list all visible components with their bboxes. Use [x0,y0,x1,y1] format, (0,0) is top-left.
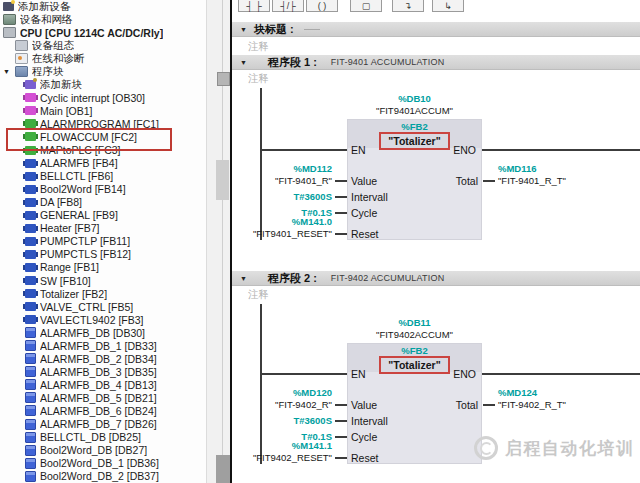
tree-item[interactable]: BELLCTL [FB6] [0,170,206,183]
expander-triangle-icon[interactable]: ▼ [3,68,15,75]
input-operand-address[interactable]: T#3600S [232,415,332,426]
value-pin[interactable]: Value [351,399,377,411]
tree-item[interactable]: MAPtoPLC [FC3] [0,144,206,157]
input-operand-name[interactable]: "FIT-9401_R" [232,175,332,186]
network-header[interactable]: ▼程序段 2 :FIT-9402 ACCUMULATION [232,271,640,286]
tree-item[interactable]: Bool2Word [FB14] [0,183,206,196]
tree-item[interactable]: VALVE_CTRL [FB5] [0,300,206,313]
intervall-pin[interactable]: Intervall [351,415,388,427]
instance-db-address[interactable]: %DB10 [347,93,482,104]
tree-item[interactable]: ALARMFB_DB_5 [DB21] [0,391,206,404]
tree-item[interactable]: BELLCTL_DB [DB25] [0,431,206,444]
tree-item[interactable]: VAVLECTL9402 [FB3] [0,313,206,326]
tree-item[interactable]: GENERAL [FB9] [0,209,206,222]
tree-item[interactable]: Bool2Word_DB_1 [DB36] [0,457,206,470]
tree-item[interactable]: ALARMFB_DB_1 [DB33] [0,339,206,352]
tree-item-label: Bool2Word_DB_1 [DB36] [40,457,159,469]
network-header[interactable]: ▼程序段 1 :FIT-9401 ACCUMULATION [232,55,640,70]
tree-item[interactable]: 设备和网络 [0,13,206,26]
online-diag-icon [15,53,28,64]
tree-item[interactable]: ALARMFB_DB [DB30] [0,326,206,339]
db-block-icon [25,471,36,482]
ob-block-icon [25,93,36,102]
fb-block-icon [25,237,36,246]
tree-item[interactable]: ALARMFB_DB_3 [DB35] [0,365,206,378]
fb-block-icon [25,198,36,207]
input-operand-address[interactable]: %M141.0 [232,216,332,227]
scrollbar-thumb[interactable] [216,160,229,200]
reset-pin[interactable]: Reset [351,228,378,240]
close-branch-button[interactable]: ↳ [432,0,464,12]
splitter-handle[interactable] [217,72,230,86]
input-wire [335,233,347,235]
total-pin[interactable]: Total [432,399,478,411]
network-comment[interactable]: 注释 [248,288,269,302]
devices-networks-icon [3,14,16,25]
fb-block-icon [25,263,36,272]
tree-item[interactable]: ALARMFB_DB_2 [DB34] [0,352,206,365]
nc-contact-button[interactable]: ┤/├ [272,0,304,12]
tree-item[interactable]: 在线和诊断 [0,52,206,65]
tree-item[interactable]: CPU [CPU 1214C AC/DC/Rly] [0,26,206,39]
input-wire [335,196,347,198]
tree-item[interactable]: Main [OB1] [0,104,206,117]
value-pin[interactable]: Value [351,175,377,187]
input-operand-name[interactable]: "FIT-9402_R" [232,399,332,410]
tree-item[interactable]: 添加新设备 [0,0,206,13]
instance-db-address[interactable]: %DB11 [347,317,482,328]
tree-item[interactable]: Bool2Word_DB [DB27] [0,444,206,457]
tree-item[interactable]: Heater [FB7] [0,222,206,235]
block-comment[interactable]: 注释 [248,40,269,54]
input-operand-address[interactable]: %MD112 [232,163,332,174]
tree-item[interactable]: ALARMFB_DB_4 [DB13] [0,378,206,391]
tree-item[interactable]: ALARMFB_DB_7 [DB26] [0,418,206,431]
tree-item[interactable]: Totalizer [FB2] [0,287,206,300]
tree-item-label: ALARMFB_DB_1 [DB33] [40,340,157,352]
no-contact-button[interactable]: ┤ ├ [238,0,270,12]
output-operand-name[interactable]: "FIT-9401_R_T" [498,175,566,186]
en-pin[interactable]: EN [351,368,366,380]
tree-item[interactable]: PUMPCTLP [FB11] [0,235,206,248]
lad-editor: ┤ ├┤/├( )▢↴↳ ▼ 块标题 : 注释 ▼程序段 1 :FIT-9401… [232,0,640,483]
en-pin[interactable]: EN [351,144,366,156]
intervall-pin[interactable]: Intervall [351,191,388,203]
tree-item[interactable]: ALARMFB_DB_6 [DB24] [0,404,206,417]
input-operand-address[interactable]: %MD120 [232,387,332,398]
tree-item[interactable]: ALARMPROGRAM [FC1] [0,117,206,130]
total-pin[interactable]: Total [432,175,478,187]
open-branch-button[interactable]: ↴ [392,0,424,12]
instance-db-name[interactable]: "FIT9401ACCUM" [347,105,482,116]
output-operand-address[interactable]: %MD124 [498,387,537,398]
tree-item-label: ALARMFB_DB_4 [DB13] [40,379,157,391]
tree-item[interactable]: 设备组态 [0,39,206,52]
coil-button[interactable]: ( ) [306,0,338,12]
cycle-pin[interactable]: Cycle [351,431,377,443]
tree-item[interactable]: PUMPCTLS [FB12] [0,248,206,261]
tree-item[interactable]: SW [FB10] [0,274,206,287]
tree-item-label: ALARMFB [FB4] [40,157,118,169]
instance-db-name[interactable]: "FIT9402ACCUM" [347,329,482,340]
tree-item[interactable]: Cyclic interrupt [OB30] [0,91,206,104]
input-operand-address[interactable]: %M141.1 [232,440,332,451]
tree-item[interactable]: DA [FB8] [0,196,206,209]
tree-item[interactable]: Range [FB1] [0,261,206,274]
eno-pin[interactable]: ENO [412,144,476,156]
tree-item[interactable]: 添加新块 [0,78,206,91]
collapse-triangle-icon: ▼ [240,26,247,33]
reset-pin[interactable]: Reset [351,452,378,464]
tree-item[interactable]: ALARMFB [FB4] [0,157,206,170]
tree-item[interactable]: Bool2Word_DB_2 [DB37] [0,470,206,483]
network-comment[interactable]: 注释 [248,72,269,86]
cycle-pin[interactable]: Cycle [351,207,377,219]
block-title-bar[interactable]: ▼ 块标题 : [232,22,640,37]
output-operand-name[interactable]: "FIT-9402_R_T" [498,399,566,410]
input-operand-name[interactable]: "FIT9402_RESET" [232,452,332,463]
tree-item-flowaccum[interactable]: FLOWACCUM [FC2] [0,130,206,143]
tree-item[interactable]: ▼程序块 [0,65,206,78]
watermark-logo-icon [474,436,498,460]
empty-box-button[interactable]: ▢ [350,0,382,12]
output-operand-address[interactable]: %MD116 [498,163,537,174]
input-operand-name[interactable]: "FIT9401_RESET" [232,228,332,239]
input-operand-address[interactable]: T#3600S [232,191,332,202]
eno-pin[interactable]: ENO [412,368,476,380]
